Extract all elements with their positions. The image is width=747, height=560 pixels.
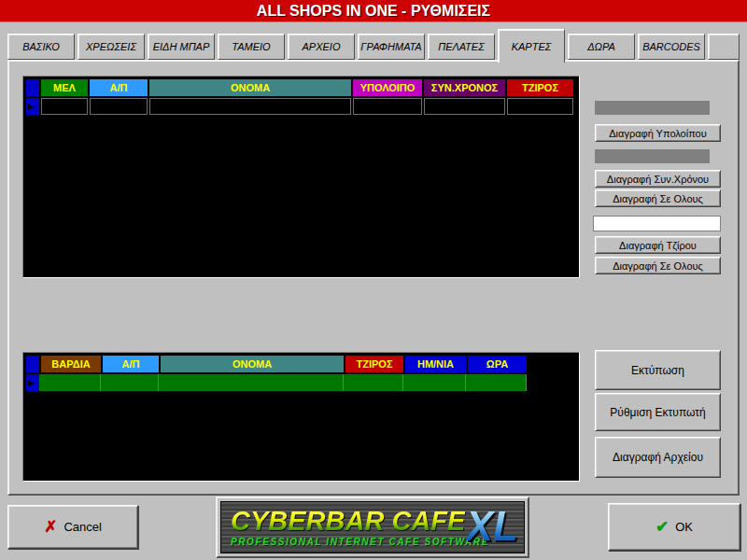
members-table-header: ΜΕΛ Α/Π ΟΝΟΜΑ ΥΠΟΛΟΙΠΟ ΣΥΝ.ΧΡΟΝΟΣ ΤΖΙΡΟΣ [26, 79, 576, 96]
clear-turnover-all-button[interactable]: Διαγραφή Σε Ολους [595, 257, 721, 274]
shifts-col-ap: Α/Π [103, 356, 159, 372]
table-row[interactable]: ▶ [26, 98, 576, 115]
tab-barcodes[interactable]: BARCODES [638, 34, 705, 60]
cell-tziros [345, 374, 403, 391]
clear-balance-button[interactable]: Διαγραφή Υπολοίπου [595, 124, 721, 142]
ok-label: OK [675, 520, 693, 534]
ok-check-icon: ✔ [655, 519, 669, 535]
cancel-label: Cancel [63, 520, 101, 534]
tab-kartes[interactable]: ΚΑΡΤΕΣ [498, 29, 565, 63]
row-selector-icon: ▶ [26, 98, 39, 115]
time-indicator-strip [595, 149, 710, 163]
members-col-tziros: ΤΖΙΡΟΣ [507, 79, 573, 96]
cancel-button[interactable]: ✗ Cancel [7, 505, 138, 549]
ok-button[interactable]: ✔ OK [608, 503, 740, 551]
logo-title-text: CYBERBAR CAFE [231, 508, 465, 535]
tab-tameio[interactable]: ΤΑΜΕΙΟ [218, 34, 285, 60]
cell-vardia [41, 374, 101, 391]
cancel-x-icon: ✗ [44, 519, 57, 535]
delete-file-button[interactable]: Διαγραφή Αρχείου [595, 437, 721, 478]
tab-dora[interactable]: ΔΩΡΑ [568, 34, 635, 60]
clear-time-all-button[interactable]: Διαγραφή Σε Ολους [595, 189, 721, 207]
cell-ap [103, 374, 159, 391]
members-table[interactable]: ΜΕΛ Α/Π ΟΝΟΜΑ ΥΠΟΛΟΙΠΟ ΣΥΝ.ΧΡΟΝΟΣ ΤΖΙΡΟΣ… [22, 76, 580, 278]
table-row[interactable]: ▶ [26, 374, 527, 391]
shifts-col-ora: ΩΡΑ [468, 356, 527, 372]
cell-hmnia [405, 374, 466, 391]
tab-grafimata[interactable]: ΓΡΑΦΗΜΑΤΑ [358, 34, 425, 60]
clear-turnover-button[interactable]: Διαγραφή Τζίρου [595, 236, 721, 254]
printer-setup-button[interactable]: Ρύθμιση Εκτυπωτή [595, 393, 721, 431]
shifts-col-hmnia: ΗΜ/ΝΙΑ [405, 356, 466, 372]
cell-mel [41, 98, 88, 115]
cyberbar-logo: CYBERBAR CAFE PROFESSIONAL INTERNET CAFE… [216, 497, 529, 558]
tab-xreoseis[interactable]: ΧΡΕΩΣΕΙΣ [78, 34, 145, 60]
cell-synxronos [424, 98, 505, 115]
tab-stub [708, 34, 740, 60]
cell-onoma [149, 98, 351, 115]
members-col-onoma: ΟΝΟΜΑ [149, 79, 351, 96]
cell-ypoloipo [353, 98, 422, 115]
tab-bar: ΒΑΣΙΚΟ ΧΡΕΩΣΕΙΣ ΕΙΔΗ ΜΠΑΡ ΤΑΜΕΙΟ ΑΡΧΕΙΟ … [7, 26, 743, 60]
shifts-table-header: ΒΑΡΔΙΑ Α/Π ΟΝΟΜΑ ΤΖΙΡΟΣ ΗΜ/ΝΙΑ ΩΡΑ [26, 356, 576, 372]
tab-arxeio[interactable]: ΑΡΧΕΙΟ [288, 34, 355, 60]
row-selector-icon: ▶ [26, 374, 39, 391]
tab-basiko[interactable]: ΒΑΣΙΚΟ [7, 34, 75, 60]
logo-xl-text: XL [466, 506, 518, 547]
turnover-field[interactable] [593, 216, 721, 231]
members-col-synxronos: ΣΥΝ.ΧΡΟΝΟΣ [424, 79, 505, 96]
shifts-col-selector [26, 356, 39, 372]
shifts-col-vardia: ΒΑΡΔΙΑ [41, 356, 101, 372]
tab-pelates[interactable]: ΠΕΛΑΤΕΣ [428, 34, 495, 60]
clear-total-time-button[interactable]: Διαγραφή Συν.Χρόνου [595, 170, 721, 188]
logo-tagline-text: PROFESSIONAL INTERNET CAFE SOFTWARE [231, 537, 489, 547]
cell-onoma [161, 374, 344, 391]
cell-ora [468, 374, 527, 391]
shifts-table[interactable]: ΒΑΡΔΙΑ Α/Π ΟΝΟΜΑ ΤΖΙΡΟΣ ΗΜ/ΝΙΑ ΩΡΑ ▶ [22, 352, 580, 482]
tab-eidi-mpar[interactable]: ΕΙΔΗ ΜΠΑΡ [148, 34, 215, 60]
title-bar: ALL SHOPS IN ONE - ΡΥΘΜΙΣΕΙΣ [0, 0, 747, 22]
print-button[interactable]: Εκτύπωση [595, 350, 721, 390]
cell-tziros [507, 98, 573, 115]
shifts-col-tziros: ΤΖΙΡΟΣ [345, 356, 403, 372]
members-col-selector [26, 79, 39, 96]
members-col-mel: ΜΕΛ [41, 79, 88, 96]
members-col-ap: Α/Π [90, 79, 148, 96]
main-panel: ΜΕΛ Α/Π ΟΝΟΜΑ ΥΠΟΛΟΙΠΟ ΣΥΝ.ΧΡΟΝΟΣ ΤΖΙΡΟΣ… [7, 60, 740, 496]
shifts-col-onoma: ΟΝΟΜΑ [161, 356, 344, 372]
balance-indicator-strip [595, 101, 710, 115]
cell-ap [90, 98, 148, 115]
members-col-ypoloipo: ΥΠΟΛΟΙΠΟ [353, 79, 422, 96]
cyberbar-logo-inner: CYBERBAR CAFE PROFESSIONAL INTERNET CAFE… [220, 501, 525, 553]
